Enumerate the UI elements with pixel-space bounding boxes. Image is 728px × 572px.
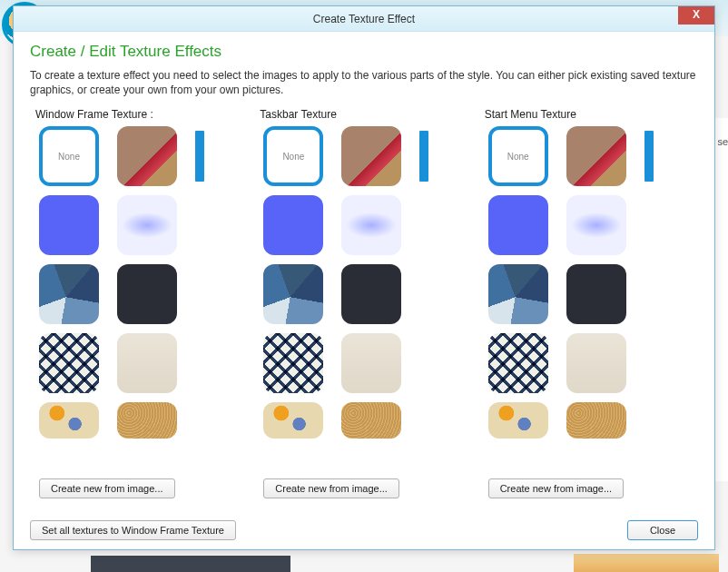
texture-sand[interactable] xyxy=(341,402,401,439)
texture-paper[interactable] xyxy=(566,333,626,393)
page-heading: Create / Edit Texture Effects xyxy=(30,43,698,61)
texture-dark[interactable] xyxy=(117,264,177,324)
column-title: Start Menu Texture xyxy=(479,108,698,121)
texture-gems[interactable] xyxy=(117,126,177,186)
window-title: Create Texture Effect xyxy=(313,13,415,25)
texture-none[interactable]: None xyxy=(39,126,99,186)
column-title: Window Frame Texture : xyxy=(30,108,249,121)
texture-check[interactable] xyxy=(39,333,99,393)
texture-sand[interactable] xyxy=(566,402,626,439)
set-all-textures-button[interactable]: Set all textures to Window Frame Texture xyxy=(30,520,236,540)
texture-gems[interactable] xyxy=(341,126,401,186)
texture-blue[interactable] xyxy=(39,195,99,255)
texture-floral[interactable] xyxy=(39,402,99,439)
texture-check[interactable] xyxy=(263,333,323,393)
texture-blue-glow[interactable] xyxy=(566,195,626,255)
texture-dark[interactable] xyxy=(341,264,401,324)
column-taskbar: Taskbar Texture None xyxy=(254,108,473,498)
column-start-menu: Start Menu Texture None xyxy=(479,108,698,498)
scroll-indicator-icon xyxy=(644,131,654,182)
texture-polygons[interactable] xyxy=(488,264,548,324)
texture-floral[interactable] xyxy=(263,402,323,439)
texture-grid: None xyxy=(30,126,249,471)
texture-gems[interactable] xyxy=(566,126,626,186)
texture-none[interactable]: None xyxy=(488,126,548,186)
dialog-content: Create / Edit Texture Effects To create … xyxy=(14,32,714,508)
texture-polygons[interactable] xyxy=(263,264,323,324)
texture-blue-glow[interactable] xyxy=(341,195,401,255)
texture-floral[interactable] xyxy=(488,402,548,439)
bg-taskbar-fragment xyxy=(91,556,290,572)
texture-none[interactable]: None xyxy=(263,126,323,186)
bg-thumb-fragment xyxy=(574,554,719,572)
texture-paper[interactable] xyxy=(117,333,177,393)
texture-sand[interactable] xyxy=(117,402,177,439)
bg-side-text: se xyxy=(717,136,728,147)
create-new-from-image-button[interactable]: Create new from image... xyxy=(263,478,399,498)
texture-blue-glow[interactable] xyxy=(117,195,177,255)
dialog-footer: Set all textures to Window Frame Texture… xyxy=(30,520,698,540)
close-window-button[interactable]: X xyxy=(678,6,714,25)
texture-check[interactable] xyxy=(488,333,548,393)
texture-blue[interactable] xyxy=(263,195,323,255)
close-button[interactable]: Close xyxy=(627,520,698,540)
create-new-from-image-button[interactable]: Create new from image... xyxy=(39,478,175,498)
column-title: Taskbar Texture xyxy=(254,108,473,121)
texture-dark[interactable] xyxy=(566,264,626,324)
column-window-frame: Window Frame Texture : None xyxy=(30,108,249,498)
scroll-indicator-icon xyxy=(419,131,428,182)
texture-grid: None xyxy=(254,126,473,471)
texture-grid: None xyxy=(479,126,698,471)
texture-columns: Window Frame Texture : None xyxy=(30,108,698,498)
texture-polygons[interactable] xyxy=(39,264,99,324)
page-description: To create a texture effect you need to s… xyxy=(30,68,698,97)
texture-blue[interactable] xyxy=(488,195,548,255)
texture-paper[interactable] xyxy=(341,333,401,393)
create-new-from-image-button[interactable]: Create new from image... xyxy=(488,478,625,498)
create-texture-dialog: Create Texture Effect X Create / Edit Te… xyxy=(13,5,715,550)
titlebar[interactable]: Create Texture Effect X xyxy=(14,6,714,32)
scroll-indicator-icon xyxy=(195,131,204,182)
